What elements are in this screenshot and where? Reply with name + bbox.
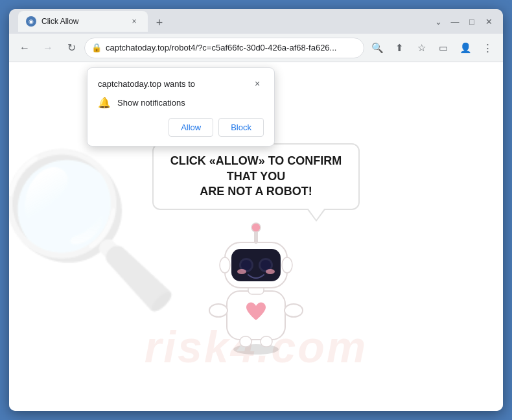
tab-close-button[interactable]: × (128, 16, 140, 27)
popup-close-button[interactable]: × (251, 77, 264, 90)
new-tab-button[interactable]: + (150, 14, 169, 32)
popup-notification-row: 🔔 Show notifications (98, 97, 264, 109)
svg-rect-18 (261, 336, 272, 347)
address-bar[interactable]: 🔒 captchatoday.top/robot4/?c=c5af66fc-30… (84, 38, 364, 58)
tab-bar: ◉ Click Allow × + (16, 11, 425, 32)
svg-point-9 (241, 260, 251, 270)
svg-point-2 (209, 304, 227, 317)
browser-window: ◉ Click Allow × + ⌄ — □ ✕ ← → ↻ 🔒 captch… (9, 9, 503, 411)
bell-icon: 🔔 (98, 97, 111, 109)
profile-icon[interactable]: 👤 (455, 38, 476, 58)
speech-bubble: CLICK «ALLOW» TO CONFIRM THAT YOU ARE NO… (152, 143, 360, 209)
share-icon[interactable]: ⬆ (389, 38, 410, 58)
url-text: captchatoday.top/robot4/?c=c5af66fc-30d0… (106, 43, 357, 52)
robot-illustration (191, 207, 321, 356)
block-button[interactable]: Block (218, 118, 264, 137)
svg-point-10 (261, 260, 271, 270)
favicon-icon: ◉ (29, 18, 34, 25)
bubble-text-line1: CLICK «ALLOW» TO CONFIRM THAT YOU (167, 154, 345, 184)
svg-rect-6 (231, 249, 281, 281)
minimize-button[interactable]: — (447, 14, 463, 29)
svg-point-14 (251, 223, 261, 232)
maximize-button[interactable]: □ (464, 14, 480, 29)
bubble-text-line2: ARE NOT A ROBOT! (167, 184, 345, 199)
content-area: 🔍 risk4.com captchatoday.top wants to × … (9, 62, 503, 411)
lock-icon: 🔒 (91, 43, 102, 52)
allow-button[interactable]: Allow (169, 118, 213, 137)
nav-right-icons: 🔍 ⬆ ☆ ▭ 👤 ⋮ (367, 38, 498, 58)
popup-buttons: Allow Block (98, 118, 264, 137)
title-bar: ◉ Click Allow × + ⌄ — □ ✕ (9, 9, 503, 34)
close-button[interactable]: ✕ (481, 14, 496, 29)
navigation-bar: ← → ↻ 🔒 captchatoday.top/robot4/?c=c5af6… (9, 34, 503, 62)
svg-point-11 (237, 269, 246, 274)
back-button[interactable]: ← (14, 38, 35, 58)
active-tab[interactable]: ◉ Click Allow × (18, 11, 148, 32)
menu-icon[interactable]: ⋮ (477, 38, 498, 58)
popup-title: captchatoday.top wants to (98, 79, 195, 89)
svg-point-16 (282, 257, 292, 273)
forward-button[interactable]: → (38, 38, 58, 58)
search-icon[interactable]: 🔍 (367, 38, 388, 58)
bookmark-icon[interactable]: ☆ (411, 38, 432, 58)
reload-button[interactable]: ↻ (61, 38, 82, 58)
svg-rect-17 (240, 336, 251, 347)
chevron-down-icon[interactable]: ⌄ (430, 14, 446, 29)
sidebar-icon[interactable]: ▭ (433, 38, 454, 58)
notification-label: Show notifications (117, 98, 185, 108)
tab-title: Click Allow (41, 17, 123, 26)
title-bar-controls: ⌄ — □ ✕ (430, 14, 496, 29)
svg-point-15 (220, 257, 230, 273)
svg-point-0 (233, 344, 279, 355)
robot-section: CLICK «ALLOW» TO CONFIRM THAT YOU ARE NO… (152, 143, 360, 355)
svg-point-3 (285, 304, 303, 317)
tab-favicon: ◉ (26, 16, 36, 27)
popup-header: captchatoday.top wants to × (98, 77, 264, 90)
svg-point-12 (266, 269, 275, 274)
robot-svg (191, 207, 321, 356)
notification-popup: captchatoday.top wants to × 🔔 Show notif… (87, 67, 275, 146)
